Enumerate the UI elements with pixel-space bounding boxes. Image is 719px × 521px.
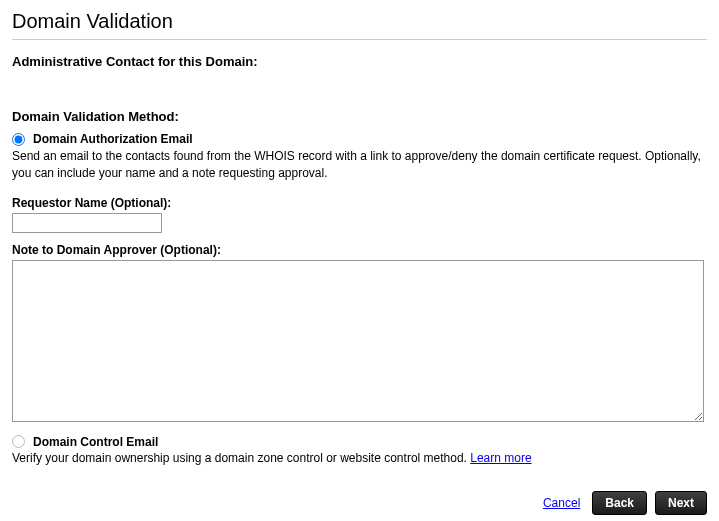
next-button[interactable]: Next bbox=[655, 491, 707, 515]
radio-auth-email-label: Domain Authorization Email bbox=[33, 132, 193, 146]
radio-auth-email-desc: Send an email to the contacts found from… bbox=[12, 148, 707, 182]
requestor-name-input[interactable] bbox=[12, 213, 162, 233]
radio-control-email[interactable] bbox=[12, 435, 25, 448]
admin-contact-heading: Administrative Contact for this Domain: bbox=[12, 54, 707, 69]
back-button[interactable]: Back bbox=[592, 491, 647, 515]
radio-auth-email[interactable] bbox=[12, 133, 25, 146]
note-label: Note to Domain Approver (Optional): bbox=[12, 243, 707, 257]
note-textarea[interactable] bbox=[12, 260, 704, 422]
learn-more-link[interactable]: Learn more bbox=[470, 451, 531, 465]
method-heading: Domain Validation Method: bbox=[12, 109, 707, 124]
method-option-control-email: Domain Control Email Verify your domain … bbox=[12, 435, 707, 465]
button-row: Cancel Back Next bbox=[543, 491, 707, 515]
cancel-link[interactable]: Cancel bbox=[543, 496, 580, 510]
radio-control-email-desc: Verify your domain ownership using a dom… bbox=[12, 451, 707, 465]
page-title: Domain Validation bbox=[12, 10, 707, 40]
radio-control-email-label: Domain Control Email bbox=[33, 435, 158, 449]
method-option-auth-email: Domain Authorization Email Send an email… bbox=[12, 132, 707, 182]
requestor-name-label: Requestor Name (Optional): bbox=[12, 196, 707, 210]
